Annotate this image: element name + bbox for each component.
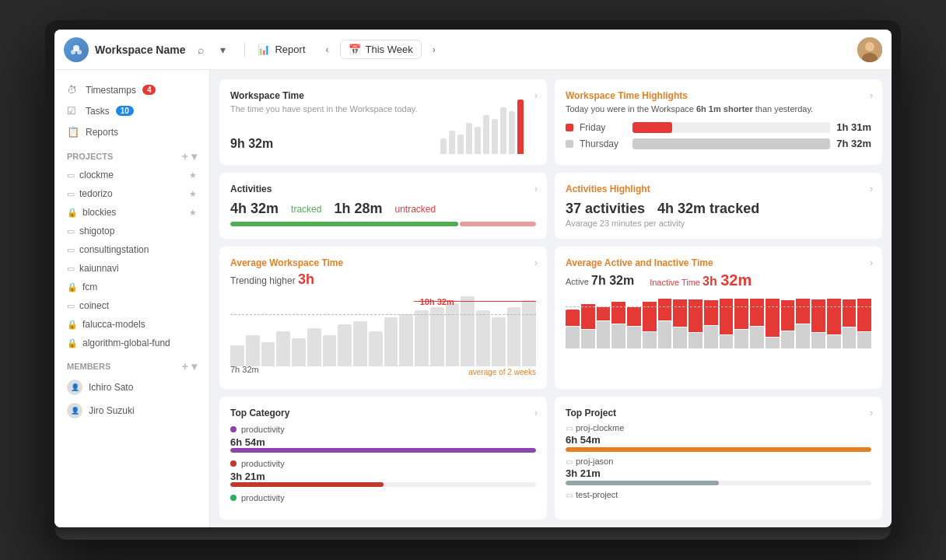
avg-title: Average Workspace Time [230,257,536,268]
aai-stats: Active 7h 32m Inactive Time 3h 32m [566,271,871,289]
active-bar [720,299,734,334]
tc-arrow[interactable]: › [534,408,538,418]
friday-bar [632,122,672,133]
reports-label: Reports [86,127,118,138]
ws-time-arrow[interactable]: › [534,90,538,101]
active-bar [611,302,625,324]
avg-ws-arrow[interactable]: › [534,257,538,268]
projects-section: Projects + ▾ [54,142,209,166]
highlights-arrow[interactable]: › [870,90,873,101]
friday-bar-wrap [632,122,830,133]
next-week-button[interactable]: › [425,40,443,59]
project-name: shigotop [79,226,114,236]
sidebar-item-tasks[interactable]: ☑ Tasks 10 [54,100,209,121]
avg-ws-time-card: Average Workspace Time Trending higher 3… [219,247,547,389]
sidebar-item-timestamps[interactable]: ⏱ Timestamps 4 [54,79,209,100]
lock-icon: 🔒 [67,320,78,330]
bar [399,314,413,367]
thursday-bar [632,138,830,149]
project-name: coinect [79,300,109,311]
active-bar [827,299,841,334]
tc-dot [230,426,236,432]
workspace-name: Workspace Name [95,44,185,56]
tp-bar-wrap [566,447,871,452]
thursday-row: Thursday 7h 32m [566,138,871,149]
project-kaiunnavi[interactable]: ▭ kaiunnavi [54,259,209,278]
active-bar [857,299,871,331]
search-icon[interactable]: ⌕ [191,40,210,59]
tc-item-3: productivity [230,493,536,502]
bar [292,338,306,366]
project-tedorizo[interactable]: ▭ tedorizo ★ [54,184,209,203]
active-bar [766,299,780,337]
aai-baseline [566,306,871,307]
collapse-members-button[interactable]: ▾ [191,360,197,373]
topbar: Workspace Name ⌕ ▾ 📊 Report ‹ 📅 This Wee… [54,30,892,70]
tp-arrow[interactable]: › [870,408,873,418]
trending-direction: higher [269,275,295,286]
avg-baseline [230,314,536,315]
inactive-bar [627,327,641,348]
ah-arrow[interactable]: › [870,184,873,194]
activities-arrow[interactable]: › [534,184,538,194]
active-bar [597,307,611,321]
report-nav[interactable]: 📊 Report [258,44,305,55]
active-bar [581,304,595,329]
untracked-bar [460,222,536,226]
bar [276,331,290,366]
week-selector[interactable]: 📅 This Week [340,40,422,59]
tc-item-2: productivity 3h 21m [230,459,536,487]
project-name: kaiunnavi [79,263,119,274]
project-shigotop[interactable]: ▭ shigotop [54,222,209,240]
tasks-badge: 10 [116,106,134,116]
inactive-bar [597,321,611,348]
aai-arrow[interactable]: › [870,257,873,268]
dropdown-icon[interactable]: ▾ [213,40,232,59]
project-falucca-models[interactable]: 🔒 falucca-models [54,315,209,334]
bar [492,317,506,366]
project-name: blockies [82,207,116,218]
active-label: Active [566,277,589,286]
avg-bars [230,292,536,366]
active-bar [673,299,687,327]
ah-tracked: 4h 32m tracked [657,201,759,217]
sidebar-item-reports[interactable]: 📋 Reports [54,121,209,142]
collapse-projects-button[interactable]: ▾ [191,150,197,163]
project-consultingstation[interactable]: ▭ consultingstation [54,240,209,259]
week-label: This Week [366,44,413,55]
member-jiro[interactable]: 👤 Jiro Suzuki [54,399,209,422]
add-project-button[interactable]: + [182,150,188,163]
tc-bar-wrap [230,448,536,453]
reports-icon: 📋 [67,126,79,138]
inactive-bar [688,333,702,348]
prev-week-button[interactable]: ‹ [318,40,337,59]
tp-item-2: ▭ proj-jason 3h 21m [566,457,871,485]
tc-item-1: productivity 6h 54m [230,425,536,453]
inactive-value: 3h [702,275,720,288]
project-fcm[interactable]: 🔒 fcm [54,278,209,296]
project-algorithm-global-fund[interactable]: 🔒 algorithm-global-fund [54,334,209,352]
friday-label: Friday [580,122,626,133]
bar [430,307,444,367]
bar [509,111,515,154]
user-avatar[interactable] [857,37,882,62]
project-name: fcm [82,282,97,292]
project-clockme[interactable]: ▭ clockme ★ [54,166,209,184]
project-blockies[interactable]: 🔒 blockies ★ [54,203,209,222]
project-coinect[interactable]: ▭ coinect [54,296,209,315]
timestamps-label: Timestamps [86,85,136,96]
inactive-bar [658,321,672,348]
add-member-button[interactable]: + [182,360,188,373]
members-section: Members + ▾ [54,352,209,376]
member-ichiro[interactable]: 👤 Ichiro Sato [54,376,209,399]
bar [449,131,455,154]
aai-bars [566,294,871,348]
members-label: Members [67,362,110,371]
lock-icon: 🔒 [67,208,78,218]
star-icon: ★ [189,170,197,180]
aai-title: Average Active and Inactive Time [566,257,871,268]
project-name: consultingstation [79,244,149,255]
tc-bar [230,482,384,487]
lock-icon: 🔒 [67,282,78,292]
project-folder-icon: ▭ [67,245,75,255]
